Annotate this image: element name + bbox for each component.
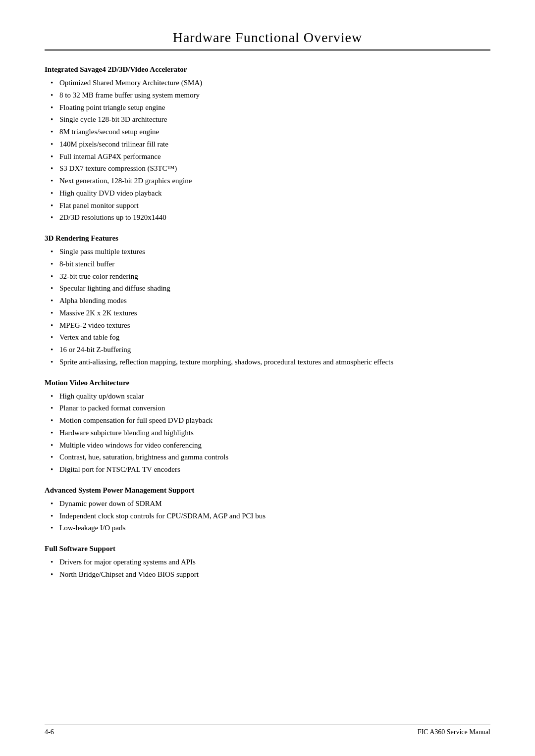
bullet-list-power-management: Dynamic power down of SDRAMIndependent c…	[45, 499, 490, 534]
bullet-list-3d-rendering: Single pass multiple textures8-bit stenc…	[45, 247, 490, 368]
list-item: Contrast, hue, saturation, brightness an…	[45, 452, 490, 463]
list-item: 8 to 32 MB frame buffer using system mem…	[45, 90, 490, 101]
list-item: Floating point triangle setup engine	[45, 102, 490, 113]
list-item: 140M pixels/second trilinear fill rate	[45, 139, 490, 150]
list-item: Alpha blending modes	[45, 296, 490, 306]
list-item: Planar to packed format conversion	[45, 403, 490, 414]
list-item: Massive 2K x 2K textures	[45, 308, 490, 319]
section-software-support: Full Software SupportDrivers for major o…	[45, 545, 490, 580]
list-item: Hardware subpicture blending and highlig…	[45, 428, 490, 439]
list-item: Drivers for major operating systems and …	[45, 557, 490, 568]
list-item: High quality DVD video playback	[45, 188, 490, 199]
bullet-list-integrated-savage4: Optimized Shared Memory Architecture (SM…	[45, 78, 490, 223]
footer-page-number: 4-6	[45, 728, 54, 736]
sections-container: Integrated Savage4 2D/3D/Video Accelerat…	[45, 65, 490, 580]
page-container: Hardware Functional Overview Integrated …	[0, 0, 535, 756]
section-heading-software-support: Full Software Support	[45, 545, 490, 553]
list-item: 16 or 24-bit Z-buffering	[45, 345, 490, 355]
list-item: Full internal AGP4X performance	[45, 151, 490, 162]
section-power-management: Advanced System Power Management Support…	[45, 486, 490, 534]
list-item: Low-leakage I/O pads	[45, 523, 490, 534]
list-item: Independent clock stop controls for CPU/…	[45, 511, 490, 522]
list-item: Sprite anti-aliasing, reflection mapping…	[45, 357, 490, 368]
list-item: 8M triangles/second setup engine	[45, 127, 490, 138]
section-motion-video: Motion Video ArchitectureHigh quality up…	[45, 379, 490, 475]
section-heading-integrated-savage4: Integrated Savage4 2D/3D/Video Accelerat…	[45, 65, 490, 74]
bullet-list-software-support: Drivers for major operating systems and …	[45, 557, 490, 580]
list-item: North Bridge/Chipset and Video BIOS supp…	[45, 569, 490, 580]
section-heading-3d-rendering: 3D Rendering Features	[45, 234, 490, 243]
list-item: MPEG-2 video textures	[45, 320, 490, 331]
list-item: Motion compensation for full speed DVD p…	[45, 415, 490, 426]
list-item: Vertex and table fog	[45, 332, 490, 343]
page-title: Hardware Functional Overview	[45, 30, 490, 46]
list-item: Dynamic power down of SDRAM	[45, 499, 490, 509]
list-item: Single pass multiple textures	[45, 247, 490, 257]
footer-manual-title: FIC A360 Service Manual	[418, 728, 490, 736]
list-item: Flat panel monitor support	[45, 201, 490, 211]
section-3d-rendering: 3D Rendering FeaturesSingle pass multipl…	[45, 234, 490, 368]
list-item: High quality up/down scalar	[45, 391, 490, 402]
list-item: Single cycle 128-bit 3D architecture	[45, 114, 490, 125]
bullet-list-motion-video: High quality up/down scalarPlanar to pac…	[45, 391, 490, 475]
section-heading-motion-video: Motion Video Architecture	[45, 379, 490, 387]
list-item: Digital port for NTSC/PAL TV encoders	[45, 464, 490, 475]
list-item: Optimized Shared Memory Architecture (SM…	[45, 78, 490, 89]
footer: 4-6 FIC A360 Service Manual	[45, 724, 490, 736]
list-item: 2D/3D resolutions up to 1920x1440	[45, 212, 490, 223]
list-item: Multiple video windows for video confere…	[45, 440, 490, 451]
section-heading-power-management: Advanced System Power Management Support	[45, 486, 490, 495]
list-item: 8-bit stencil buffer	[45, 259, 490, 270]
list-item: Specular lighting and diffuse shading	[45, 283, 490, 294]
list-item: Next generation, 128-bit 2D graphics eng…	[45, 176, 490, 187]
list-item: 32-bit true color rendering	[45, 271, 490, 282]
section-integrated-savage4: Integrated Savage4 2D/3D/Video Accelerat…	[45, 65, 490, 223]
title-divider	[45, 50, 490, 50]
list-item: S3 DX7 texture compression (S3TC™)	[45, 163, 490, 174]
